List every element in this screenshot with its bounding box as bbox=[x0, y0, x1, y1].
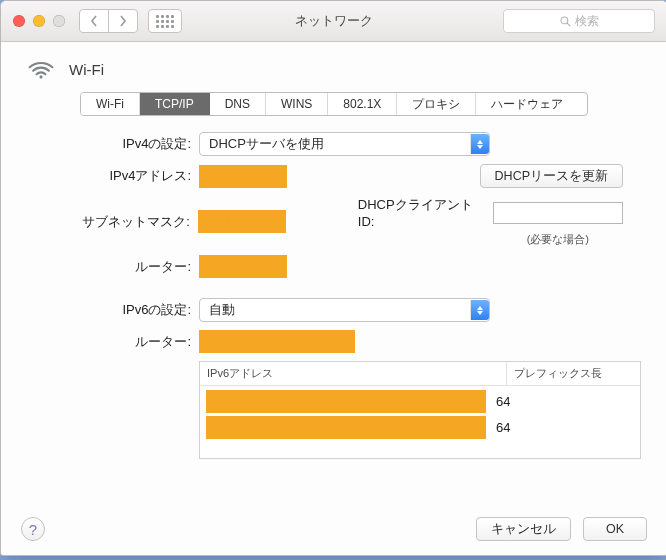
tab-bar: Wi-FiTCP/IPDNSWINS802.1Xプロキシハードウェア bbox=[80, 92, 588, 116]
ipv4-config-select[interactable]: DHCPサーバを使用 bbox=[199, 132, 490, 156]
ipv6-table-row[interactable]: IPv6アドレス64 bbox=[206, 390, 634, 413]
ipv6-table-col-prefix: プレフィックス長 bbox=[507, 362, 609, 385]
ipv4-address-value: IPv4アドレス bbox=[199, 165, 287, 188]
titlebar: ネットワーク 検索 bbox=[1, 1, 666, 42]
ipv6-config-label: IPv6の設定: bbox=[45, 301, 199, 319]
subnet-value: IPv4アドレス bbox=[198, 210, 286, 233]
ipv6-address-value: IPv6アドレス bbox=[206, 390, 486, 413]
interface-header: Wi-Fi bbox=[27, 58, 647, 80]
ipv4-router-label: ルーター: bbox=[45, 258, 199, 276]
footer-bar: ? キャンセル OK bbox=[21, 517, 647, 541]
tab-wifi[interactable]: Wi-Fi bbox=[81, 93, 140, 115]
ipv6-prefix-value: 64 bbox=[496, 394, 510, 409]
ipv6-address-table: IPv6アドレス プレフィックス長 IPv6アドレス64IPv6アドレス64 bbox=[199, 361, 641, 459]
tab-[interactable]: プロキシ bbox=[397, 93, 476, 115]
tab-wins[interactable]: WINS bbox=[266, 93, 328, 115]
ipv4-router-value: IPv4アドレス bbox=[199, 255, 287, 278]
ipv6-config-value: 自動 bbox=[209, 301, 235, 319]
ipv6-address-value: IPv6アドレス bbox=[206, 416, 486, 439]
ipv6-router-label: ルーター: bbox=[45, 333, 199, 351]
window-title: ネットワーク bbox=[1, 12, 666, 30]
tcpip-form: IPv4の設定: DHCPサーバを使用 IPv4アドレス: IPv4アドレス D… bbox=[21, 132, 647, 459]
interface-name: Wi-Fi bbox=[69, 61, 104, 78]
updown-icon bbox=[470, 300, 489, 320]
tab-dns[interactable]: DNS bbox=[210, 93, 266, 115]
ipv6-prefix-value: 64 bbox=[496, 420, 510, 435]
ipv6-table-col-address: IPv6アドレス bbox=[200, 362, 507, 385]
dhcp-client-id-hint: (必要な場合) bbox=[527, 232, 589, 247]
ipv4-config-label: IPv4の設定: bbox=[45, 135, 199, 153]
cancel-button[interactable]: キャンセル bbox=[476, 517, 571, 541]
preferences-window: ネットワーク 検索 Wi-Fi Wi-FiTCP/IPDNSWINS802.1X… bbox=[0, 0, 666, 556]
dhcp-renew-button[interactable]: DHCPリースを更新 bbox=[480, 164, 623, 188]
tab-tcpip[interactable]: TCP/IP bbox=[140, 93, 210, 115]
ipv4-config-value: DHCPサーバを使用 bbox=[209, 135, 324, 153]
page-content: Wi-Fi Wi-FiTCP/IPDNSWINS802.1Xプロキシハードウェア… bbox=[1, 42, 666, 459]
ipv6-config-select[interactable]: 自動 bbox=[199, 298, 490, 322]
ok-button[interactable]: OK bbox=[583, 517, 647, 541]
updown-icon bbox=[470, 134, 489, 154]
tab-[interactable]: ハードウェア bbox=[476, 93, 578, 115]
tab-8021x[interactable]: 802.1X bbox=[328, 93, 397, 115]
ipv6-table-row[interactable]: IPv6アドレス64 bbox=[206, 416, 634, 439]
subnet-label: サブネットマスク: bbox=[45, 213, 198, 231]
help-button[interactable]: ? bbox=[21, 517, 45, 541]
ipv4-address-label: IPv4アドレス: bbox=[45, 167, 199, 185]
ipv6-router-value: IPv6アドレス bbox=[199, 330, 355, 353]
dhcp-client-id-label: DHCPクライアントID: bbox=[358, 196, 487, 229]
dhcp-client-id-input[interactable] bbox=[493, 202, 623, 224]
wifi-icon bbox=[27, 58, 55, 80]
svg-point-2 bbox=[39, 75, 42, 78]
